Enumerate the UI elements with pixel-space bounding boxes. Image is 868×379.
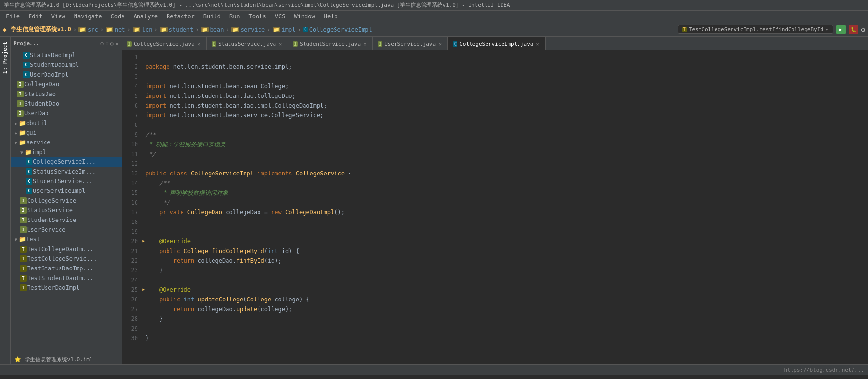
statusservice-icon: I [19,206,27,214]
code-content[interactable]: package net.lcn.student.bean.service.imp… [141,50,868,364]
sidebar-title: Proje... [14,40,39,47]
menu-vcs[interactable]: VCS [271,12,289,21]
tab-collegeservice[interactable]: I CollegeService.java ✕ [122,37,207,50]
sidebar-item-testcollegedaoimpl[interactable]: T TestCollegeDaoIm... [11,244,122,254]
menu-refactor[interactable]: Refactor [163,12,198,21]
gear-button[interactable]: ⚙ [861,26,865,33]
run-button[interactable]: ▶ [836,25,846,34]
nav-student[interactable]: 📁 student [160,26,194,33]
tab-userservice[interactable]: I UserService.java ✕ [373,37,448,50]
userservice-icon: I [19,226,27,234]
tab-studentservice-label: StudentService.java [300,41,361,47]
tab-collegeservice-icon: I [127,41,132,47]
tab-collegeserviceimpl-close[interactable]: ✕ [535,41,540,47]
userservice-label: UserService [27,226,65,233]
dbutil-arrow: ▶ [14,121,18,126]
tab-statusservice[interactable]: I StatusService.java ✕ [207,37,288,50]
sidebar-item-teststatusdaoimpl[interactable]: T TestStatusDaoImp... [11,264,122,273]
run-config-label[interactable]: T TestCollegeServicImpl.testFfindCollege… [678,25,833,34]
tab-collegeserviceimpl[interactable]: C CollegeServiceImpl.java ✕ [448,37,545,50]
sidebar-item-userdao[interactable]: I UserDao [11,109,122,118]
nav-sep7: › [267,26,270,33]
sidebar-item-userservice[interactable]: I UserService [11,225,122,235]
statusserviceim-icon: C [25,168,33,175]
menu-analyze[interactable]: Analyze [129,12,162,21]
sidebar-close-icon[interactable]: ✕ [115,40,119,47]
sidebar-sync-icon[interactable]: ⊕ [100,40,104,47]
testcollegedaoimpl-label: TestCollegeDaoIm... [27,246,93,253]
nav-service[interactable]: 📁 service [231,26,265,33]
sidebar-item-studentservice2[interactable]: I StudentService [11,215,122,225]
ln-7: 7 [124,111,138,120]
ln-18: 18 [124,217,138,227]
tab-statusservice-close[interactable]: ✕ [278,41,283,47]
menu-window[interactable]: Window [290,12,319,21]
status-bar: https://blog.csdn.net/... [0,364,868,375]
favorites-tab[interactable]: ⭐ 学生信息管理系统v1.0.iml [11,354,122,364]
sidebar-item-userdaoimpl[interactable]: C UserDaoImpl [11,70,122,79]
test-icon: 📁 [18,236,26,243]
nav-src[interactable]: 📁 src [78,26,98,33]
sidebar-item-statusdao[interactable]: I StatusDao [11,89,122,99]
line-numbers: 1 2 3 4 5 6 7 8 9 10 11 12 13 14 15 16 1… [122,50,141,364]
sidebar-item-studentdaoimpl[interactable]: C StudentDaoImpl [11,60,122,70]
tab-studentservice-close[interactable]: ✕ [363,41,367,47]
userserviceimpl-label: UserServiceImpl [33,188,85,194]
sidebar-item-collegeserviceimpl[interactable]: C CollegeServiceI... [11,157,122,167]
left-tab-project[interactable]: 1: Project [1,39,9,77]
menu-view[interactable]: View [47,12,69,21]
nav-bean[interactable]: 📁 bean [201,26,224,33]
ln-12: 12 [124,159,138,169]
statusdaoimpl-icon: C [22,51,30,59]
sidebar-item-statusdaoimpl[interactable]: C StatusDaoImpl [11,50,122,60]
nav-net[interactable]: 📁 net [106,26,125,33]
studentdaoimpl-label: StudentDaoImpl [30,62,79,68]
sidebar-item-collegeservice[interactable]: I CollegeService [11,196,122,205]
nav-sep6: › [226,26,229,33]
menu-edit[interactable]: Edit [25,12,46,21]
menu-help[interactable]: Help [320,12,342,21]
sidebar-item-test[interactable]: ▼ 📁 test [11,235,122,244]
menu-navigate[interactable]: Navigate [70,12,106,21]
menu-code[interactable]: Code [107,12,129,21]
sidebar-item-service[interactable]: ▼ 📁 service [11,138,122,147]
sidebar-item-teststudentdaoimpl[interactable]: T TestStudentDaoIm... [11,273,122,283]
ln-4: 4 [124,81,138,91]
tab-studentservice[interactable]: I StudentService.java ✕ [288,37,373,50]
tab-statusservice-label: StatusService.java [218,41,276,47]
sidebar-item-userserviceimpl[interactable]: C UserServiceImpl [11,186,122,196]
menu-tools[interactable]: Tools [245,12,270,21]
sidebar-item-studentdao[interactable]: I StudentDao [11,99,122,109]
sidebar-item-testcollegeservic[interactable]: T TestCollegeServic... [11,254,122,264]
nav-impl[interactable]: 📁 impl [273,26,296,33]
debug-button[interactable]: 🐛 [849,25,858,34]
tab-studentservice-icon: I [293,41,298,47]
sidebar-item-impl[interactable]: ▼ 📁 impl [11,147,122,157]
testuserdaoimpl-label: TestUserDaoImpl [27,284,79,291]
run-dropdown-icon[interactable]: ▾ [825,26,829,32]
sidebar-item-studentservice[interactable]: C StudentService... [11,176,122,186]
tab-userservice-close[interactable]: ✕ [438,41,442,47]
statusdao-icon: I [16,90,24,98]
sidebar-item-gui[interactable]: ▶ 📁 gui [11,128,122,138]
gui-label: gui [26,129,37,136]
nav-class[interactable]: C CollegeServiceImpl [303,26,372,33]
sidebar-item-statusservice[interactable]: I StatusService [11,205,122,215]
sidebar-item-statusserviceim[interactable]: C StatusServiceIm... [11,167,122,176]
nav-project[interactable]: 学生信息管理系统v1.0 [11,25,71,33]
code-editor[interactable]: 1 2 3 4 5 6 7 8 9 10 11 12 13 14 15 16 1… [122,50,868,364]
run-config-text: TestCollegeServicImpl.testFfindCollegeBy… [689,26,823,32]
sidebar-item-testuserdaoimpl[interactable]: T TestUserDaoImpl [11,283,122,293]
sidebar-item-dbutil[interactable]: ▶ 📁 dbutil [11,118,122,128]
menu-build[interactable]: Build [199,12,225,21]
nav-sep1: › [73,26,76,33]
sidebar-settings-icon[interactable]: ⚙ [110,40,114,47]
sidebar-item-collegedao[interactable]: I CollegeDao [11,79,122,89]
ln-2: 2 [124,62,138,72]
nav-lcn[interactable]: 📁 lcn [133,26,152,33]
sidebar-collapse-icon[interactable]: ≡ [105,40,108,47]
test-arrow: ▼ [14,237,18,242]
menu-run[interactable]: Run [226,12,244,21]
tab-collegeservice-close[interactable]: ✕ [197,41,201,47]
menu-file[interactable]: File [2,12,24,21]
